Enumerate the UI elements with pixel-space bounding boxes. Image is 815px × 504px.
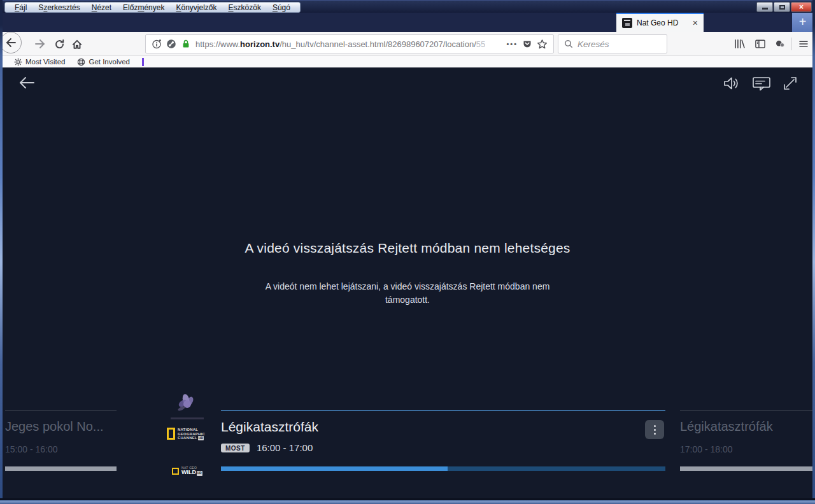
- menu-item[interactable]: Súgó: [267, 3, 296, 12]
- page-actions-icon[interactable]: •••: [506, 40, 518, 48]
- url-domain: horizon.tv: [240, 39, 280, 49]
- kebab-icon: [654, 425, 656, 427]
- programme-time: 16:00 - 17:00: [257, 442, 313, 453]
- forward-button[interactable]: [31, 35, 49, 53]
- bookmark-get-involved[interactable]: Get Involved: [77, 58, 130, 66]
- forward-icon: [34, 39, 46, 49]
- window-border: [0, 498, 815, 504]
- window-border: [812, 0, 815, 504]
- menu-item[interactable]: Előzmények: [117, 3, 170, 12]
- menu-item[interactable]: Szerkesztés: [32, 3, 85, 12]
- menu-item[interactable]: Eszközök: [223, 3, 267, 12]
- progress-bar: [221, 466, 665, 471]
- hd-badge: HD: [198, 436, 204, 440]
- natgeo-frame-icon: [167, 428, 175, 440]
- channel-logo-nat-geo[interactable]: NATIONAL GEOGRAPHIC CHANNELHD: [167, 428, 205, 440]
- url-path: /hu_hu/tv/channel-asset.html/82698960720…: [280, 39, 476, 49]
- search-bar[interactable]: [558, 34, 667, 53]
- tab-close-icon[interactable]: ×: [693, 18, 698, 27]
- reload-icon: [54, 39, 65, 50]
- player-back-button[interactable]: [18, 75, 36, 90]
- card-divider: [221, 410, 665, 411]
- sidebar-icon: [754, 38, 767, 50]
- epg-card-current[interactable]: Légikatasztrófák MOST 16:00 - 17:00: [221, 410, 665, 476]
- programme-time: 15:00 - 16:00: [5, 444, 58, 454]
- bookmark-marker[interactable]: [142, 58, 144, 66]
- hd-badge: HD: [197, 471, 202, 476]
- bookmark-most-visited[interactable]: Most Visited: [14, 58, 65, 66]
- wild-frame-icon: [172, 468, 179, 475]
- lock-icon: [181, 39, 191, 49]
- library-icon: [733, 38, 746, 50]
- reload-button[interactable]: [50, 35, 68, 53]
- menu-item[interactable]: Könyvjelzők: [170, 3, 222, 12]
- browser-window: FájlSzerkesztésNézetElőzményekKönyvjelző…: [0, 0, 815, 504]
- progress-bar: [5, 466, 117, 471]
- close-window-button[interactable]: ×: [791, 2, 812, 12]
- window-border: [0, 0, 3, 504]
- account-icon: [774, 38, 786, 50]
- search-icon: [564, 39, 573, 48]
- now-badge: MOST: [221, 444, 250, 452]
- bookmark-label: Most Visited: [25, 58, 65, 66]
- library-button[interactable]: [730, 35, 748, 53]
- programme-title: Légikatasztrófák: [680, 419, 773, 434]
- epg-card-next[interactable]: Légikatasztrófák 17:00 - 18:00: [680, 410, 812, 476]
- bookmark-label: Get Involved: [89, 58, 130, 66]
- menu-bar: FájlSzerkesztésNézetElőzményekKönyvjelző…: [4, 2, 301, 13]
- bookmark-star-icon[interactable]: [537, 39, 548, 50]
- maximize-icon: [779, 5, 785, 10]
- site-info-icon[interactable]: [152, 39, 162, 49]
- subtitles-icon[interactable]: [751, 75, 772, 92]
- programme-title: Jeges pokol No...: [5, 419, 104, 434]
- menu-item[interactable]: Nézet: [86, 3, 117, 12]
- programme-time: 17:00 - 18:00: [680, 444, 733, 454]
- back-icon: [5, 38, 17, 48]
- channel-logo-flower-icon[interactable]: [173, 392, 200, 416]
- search-input[interactable]: [578, 39, 654, 49]
- more-options-button[interactable]: [645, 420, 664, 439]
- title-bar: FájlSzerkesztésNézetElőzményekKönyvjelző…: [0, 0, 815, 13]
- volume-icon[interactable]: [722, 75, 741, 92]
- url-scheme: https://www.: [195, 39, 240, 49]
- url-truncated: 55: [476, 39, 485, 49]
- fullscreen-icon[interactable]: [782, 75, 798, 92]
- sidebar-toggle-button[interactable]: [751, 35, 769, 53]
- error-title: A videó visszajátszás Rejtett módban nem…: [0, 241, 815, 256]
- toolbar-separator: [791, 38, 792, 50]
- progress-bar: [680, 466, 812, 471]
- maximize-button[interactable]: [774, 2, 790, 12]
- card-divider: [5, 410, 117, 410]
- minimize-button[interactable]: [756, 2, 773, 12]
- card-divider: [680, 410, 812, 410]
- url-bar[interactable]: https://www.horizon.tv/hu_hu/tv/channel-…: [145, 34, 554, 53]
- permissions-icon[interactable]: [166, 39, 176, 49]
- channel-rail: NATIONAL GEOGRAPHIC CHANNELHD NAT GEO WI…: [164, 391, 211, 493]
- menu-item[interactable]: Fájl: [9, 3, 32, 12]
- navigation-toolbar: https://www.horizon.tv/hu_hu/tv/channel-…: [0, 32, 815, 56]
- pocket-icon[interactable]: [522, 39, 532, 49]
- bookmarks-bar: Most Visited Get Involved: [3, 56, 812, 67]
- minimize-icon: [762, 8, 768, 10]
- wild-text-row: WILDHD: [181, 470, 202, 476]
- tab-title: Nat Geo HD: [637, 18, 688, 27]
- home-button[interactable]: [68, 35, 86, 53]
- channel-logo-caption: [171, 417, 204, 419]
- epg-card-previous[interactable]: Jeges pokol No... 15:00 - 16:00: [5, 410, 117, 476]
- tab-bar: Nat Geo HD × +: [0, 13, 815, 32]
- tab-favicon-icon: [622, 18, 632, 28]
- hamburger-icon: [798, 38, 809, 50]
- account-button[interactable]: [771, 35, 789, 53]
- error-message: A videót nem lehet lejátszani, a videó v…: [242, 280, 573, 307]
- back-arrow-icon: [18, 75, 36, 90]
- new-tab-button[interactable]: +: [792, 13, 813, 32]
- menu-button[interactable]: [795, 35, 812, 53]
- window-controls: ×: [756, 2, 812, 12]
- gear-icon: [14, 58, 22, 66]
- home-icon: [71, 39, 83, 50]
- player-controls: [722, 75, 798, 92]
- back-button[interactable]: [0, 32, 22, 53]
- programme-title: Légikatasztrófák: [221, 419, 318, 435]
- channel-logo-nat-geo-wild[interactable]: NAT GEO WILDHD: [172, 466, 202, 476]
- tab-nat-geo-hd[interactable]: Nat Geo HD ×: [616, 13, 704, 32]
